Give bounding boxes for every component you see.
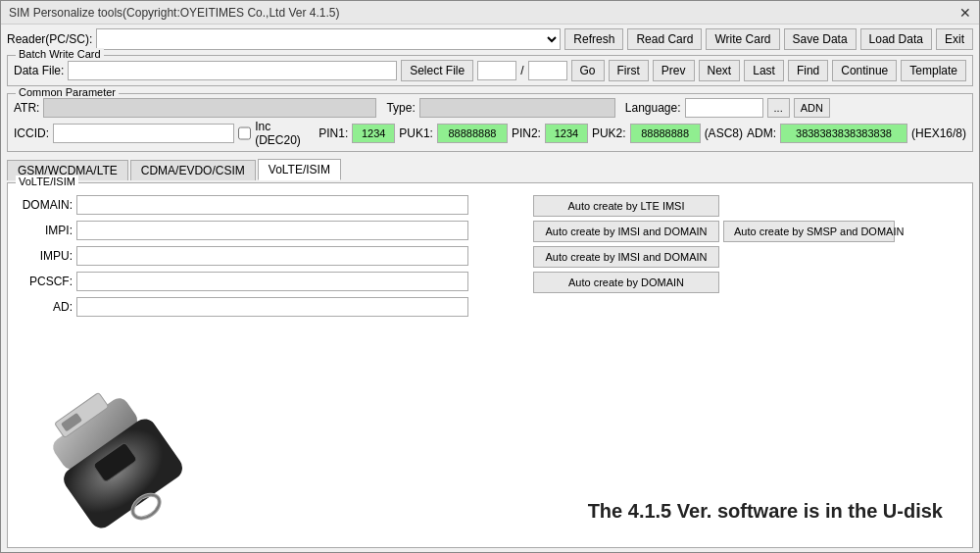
refresh-button[interactable]: Refresh [564,28,623,50]
volte-panel-title: VoLTE/ISIM [16,176,78,187]
ad-input[interactable] [76,297,468,317]
atr-label: ATR: [14,101,39,115]
auto-imsi-domain-row: Auto create by IMSI and DOMAIN Auto crea… [533,221,895,242]
inc-label: Inc (DEC20) [255,120,315,147]
batch-total[interactable] [528,61,567,80]
impi-input[interactable] [76,221,468,240]
auto-lte-imsi-button[interactable]: Auto create by LTE IMSI [533,195,719,217]
volte-fields: DOMAIN: IMPI: IMPU: PCSCF: [14,195,523,317]
template-button[interactable]: Template [901,60,966,81]
auto-imsi-domain1-button[interactable]: Auto create by IMSI and DOMAIN [533,221,719,242]
type-label: Type: [386,101,415,115]
batch-row: Data File: Select File / Go First Prev N… [14,60,966,81]
impi-row: IMPI: [14,221,523,240]
adm-input[interactable]: 3838383838383838 [780,124,907,143]
ad-label: AD: [14,300,73,314]
main-window: SIM Personalize tools(Copyright:OYEITIME… [0,0,980,553]
tab-cdma[interactable]: CDMA/EVDO/CSIM [130,160,256,180]
exit-button[interactable]: Exit [936,28,973,50]
save-data-button[interactable]: Save Data [784,28,857,50]
usb-svg [27,384,223,536]
volte-buttons: Auto create by LTE IMSI Auto create by I… [533,195,895,317]
window-title: SIM Personalize tools(Copyright:OYEITIME… [9,6,339,20]
impu-row: IMPU: [14,246,523,266]
write-card-button[interactable]: Write Card [706,28,779,50]
impi-label: IMPI: [14,224,73,237]
tab-volte[interactable]: VoLTE/ISIM [258,159,341,180]
common-group: Common Parameter ATR: Type: Language: ..… [7,93,973,152]
adm-label: ADM: [747,126,776,140]
close-button[interactable]: ✕ [959,5,971,21]
select-file-button[interactable]: Select File [401,60,473,81]
ad-row: AD: [14,297,523,317]
reader-row: Reader(PC/SC): Refresh Read Card Write C… [7,28,973,50]
domain-row: DOMAIN: [14,195,523,215]
data-file-input[interactable] [68,61,397,80]
batch-group: Batch Write Card Data File: Select File … [7,55,973,86]
type-input[interactable] [419,98,615,118]
puk1-label: PUK1: [399,126,433,140]
reader-select[interactable] [96,28,561,50]
puk2-input[interactable]: 88888888 [630,124,701,143]
volte-panel: VoLTE/ISIM DOMAIN: IMPI: IMPU: [7,182,973,548]
asc8-label: (ASC8) [705,126,743,140]
domain-input[interactable] [76,195,468,215]
pcscf-input[interactable] [76,272,468,291]
impu-label: IMPU: [14,249,73,263]
lang-browse-button[interactable]: ... [767,98,790,118]
pin2-input[interactable]: 1234 [545,124,588,143]
pin1-label: PIN1: [318,126,348,140]
find-button[interactable]: Find [788,60,828,81]
go-button[interactable]: Go [571,60,605,81]
pcscf-label: PCSCF: [14,275,73,288]
next-button[interactable]: Next [699,60,741,81]
auto-smsp-domain-button[interactable]: Auto create by SMSP and DOMAIN [723,221,895,242]
prev-button[interactable]: Prev [653,60,695,81]
continue-button[interactable]: Continue [832,60,897,81]
batch-slash: / [520,64,523,77]
iccid-input[interactable] [53,124,234,143]
read-card-button[interactable]: Read Card [627,28,702,50]
main-content: Reader(PC/SC): Refresh Read Card Write C… [1,25,979,552]
pin1-input[interactable]: 1234 [352,124,395,143]
pin2-label: PIN2: [512,126,541,140]
common-title: Common Parameter [16,86,119,98]
language-label: Language: [625,101,681,115]
batch-title: Batch Write Card [16,48,104,60]
puk1-input[interactable]: 88888888 [437,124,508,143]
iccid-label: ICCID: [14,126,49,140]
adn-button[interactable]: ADN [794,98,830,118]
volte-content: DOMAIN: IMPI: IMPU: PCSCF: [14,195,966,317]
last-button[interactable]: Last [744,60,784,81]
tabs-row: GSM/WCDMA/LTE CDMA/EVDO/CSIM VoLTE/ISIM [7,159,973,180]
title-bar: SIM Personalize tools(Copyright:OYEITIME… [1,1,979,25]
hex168-label: (HEX16/8) [911,126,966,140]
domain-label: DOMAIN: [14,198,73,212]
reader-label: Reader(PC/SC): [7,32,92,46]
auto-imsi-domain2-button[interactable]: Auto create by IMSI and DOMAIN [533,246,719,268]
load-data-button[interactable]: Load Data [860,28,932,50]
atr-input[interactable] [43,98,376,118]
batch-current[interactable] [477,61,516,80]
first-button[interactable]: First [609,60,649,81]
atr-row: ATR: Type: Language: ... ADN [14,98,966,118]
auto-domain-button[interactable]: Auto create by DOMAIN [533,272,719,293]
puk2-label: PUK2: [592,126,626,140]
iccid-row: ICCID: Inc (DEC20) PIN1: 1234 PUK1: 8888… [14,120,966,147]
data-file-label: Data File: [14,64,64,77]
usb-image [27,384,223,539]
panel-footer-area: The 4.1.5 Ver. software is in the U-disk [8,385,972,547]
language-input[interactable] [685,98,763,118]
pcscf-row: PCSCF: [14,272,523,291]
impu-input[interactable] [76,246,468,266]
inc-checkbox[interactable] [238,126,251,140]
footer-text: The 4.1.5 Ver. software is in the U-disk [588,500,943,523]
